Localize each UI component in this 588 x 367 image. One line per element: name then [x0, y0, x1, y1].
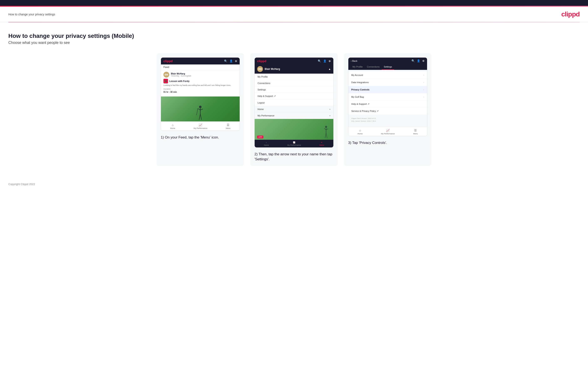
avatar-2: BM	[257, 66, 263, 72]
performance-icon-2: 📈	[293, 142, 295, 143]
dropdown-home[interactable]: Home ▾	[255, 106, 333, 112]
menu-icon-3: ☰	[414, 129, 417, 132]
phone3-bottom-nav: ⌂ Home 📈 My Performance ☰ Menu	[348, 127, 427, 136]
phone1-nav-home[interactable]: ⌂ Home	[170, 123, 175, 129]
tab-my-profile[interactable]: My Profile	[350, 64, 365, 70]
settings-data-integrations[interactable]: Data Integrations ›	[348, 79, 427, 86]
copyright: Copyright Clippd 2022	[8, 183, 35, 186]
page-subheading: Choose what you want people to see	[8, 41, 580, 45]
phone1-sublabel: Yesterday · Sunningdale	[171, 75, 191, 77]
chevron-right-icon-4: ›	[423, 95, 424, 98]
phone1-user-info: Blair McHarg Yesterday · Sunningdale	[171, 72, 191, 77]
menu-label: Menu	[226, 127, 231, 129]
phone3-nav-menu[interactable]: ☰ Menu	[413, 129, 418, 135]
home-icon-3: ⌂	[359, 129, 361, 132]
card-2-caption: 2) Then, tap the arrow next to your name…	[254, 152, 334, 162]
svg-line-9	[324, 128, 326, 130]
cards-row: clippd 🔍 👤 ⊕ Feed BM Blair McHarg	[8, 53, 580, 166]
settings-help-support[interactable]: Help & Support ↗	[348, 101, 427, 108]
card-3-caption: 3) Tap 'Privacy Controls'.	[348, 140, 427, 145]
performance-label-3: My Performance	[381, 133, 395, 135]
menu-label-3: Menu	[413, 133, 418, 135]
card-2: clippd 🔍 👤 ⊕ BM Bl	[250, 53, 338, 166]
svg-line-12	[326, 133, 327, 138]
feed-tab[interactable]: Feed	[161, 65, 240, 70]
app-badge: APP	[257, 136, 263, 139]
dropdown-my-performance[interactable]: My Performance ▾	[255, 112, 333, 119]
phone1-bottom-nav: ⌂ Home 📈 My Performance ☰ Menu	[161, 121, 240, 131]
phone2-dropdown: BM Blair McHarg ▲ My Profile Connection	[255, 65, 333, 140]
settings-icon-2[interactable]: ⊕	[329, 59, 331, 63]
settings-service-privacy[interactable]: Service & Privacy Policy ↗	[348, 108, 427, 115]
phone3-nav-performance[interactable]: 📈 My Performance	[381, 129, 395, 135]
dropdown-my-profile[interactable]: My Profile	[255, 74, 333, 80]
phone1-username: Blair McHarg	[171, 72, 191, 75]
svg-line-10	[326, 129, 328, 130]
phone-mockup-2: clippd 🔍 👤 ⊕ BM Bl	[254, 57, 334, 148]
phone3-nav-home[interactable]: ⌂ Home	[357, 129, 363, 135]
phone2-nav-icons: 🔍 👤 ⊕	[318, 59, 331, 63]
phone3-nav-icons: 🔍 👤 ⊕	[411, 59, 424, 62]
top-bar	[0, 0, 588, 6]
svg-line-6	[197, 108, 198, 115]
search-icon[interactable]: 🔍	[224, 59, 227, 63]
settings-icon-3[interactable]: ⊕	[422, 59, 424, 62]
phone2-user-header: BM Blair McHarg ▲	[255, 65, 333, 74]
avatar-1: BM	[164, 72, 169, 78]
phone2-nav-performance[interactable]: 📈 My Performance	[287, 142, 301, 146]
svg-line-2	[198, 108, 200, 110]
my-profile-label: My Profile	[258, 75, 268, 78]
dropdown-section: Home ▾ My Performance ▾	[255, 106, 333, 119]
chevron-down-icon-2: ▾	[329, 115, 330, 117]
dropdown-settings[interactable]: Settings	[255, 86, 333, 93]
profile-icon[interactable]: 👤	[229, 59, 233, 63]
svg-line-5	[200, 114, 202, 120]
svg-line-11	[325, 133, 326, 138]
phone1-navbar: clippd 🔍 👤 ⊕	[161, 58, 240, 65]
phone2-nav-home[interactable]: ⌂ Home	[264, 142, 269, 146]
dropdown-connections[interactable]: Connections	[255, 80, 333, 86]
settings-privacy-controls[interactable]: Privacy Controls ›	[348, 86, 427, 93]
svg-point-7	[325, 126, 327, 128]
phone1-lesson-title: Lesson with Fordy	[169, 80, 190, 82]
lesson-icon: 🎓	[164, 79, 168, 83]
profile-icon-2[interactable]: 👤	[323, 59, 327, 63]
phone1-nav-performance[interactable]: 📈 My Performance	[194, 123, 208, 129]
settings-icon[interactable]: ⊕	[235, 59, 237, 63]
svg-point-0	[199, 106, 202, 108]
phone1-user-row: BM Blair McHarg Yesterday · Sunningdale	[164, 72, 237, 78]
phone3-version-info: Clippd Client Version: 2022.8.3-3 GQL Se…	[348, 115, 427, 125]
phone3-tabs: My Profile Connections Settings	[348, 64, 427, 70]
chevron-right-icon-3: ›	[423, 88, 424, 91]
settings-my-golf-bag[interactable]: My Golf Bag ›	[348, 93, 427, 100]
home-label: Home	[170, 127, 175, 129]
tab-settings[interactable]: Settings	[382, 64, 394, 70]
tab-connections[interactable]: Connections	[365, 64, 382, 70]
settings-my-account[interactable]: My Account ›	[348, 72, 427, 79]
connections-label: Connections	[258, 82, 270, 84]
home-icon-2: ⌂	[266, 142, 267, 143]
close-label: Menu	[320, 144, 324, 146]
chevron-up-icon[interactable]: ▲	[328, 67, 331, 70]
phone1-lesson-row: 🎓 Lesson with Fordy	[164, 79, 237, 83]
phone2-nav-close[interactable]: ✕ Menu	[320, 142, 324, 146]
search-icon-3[interactable]: 🔍	[411, 59, 415, 62]
back-button[interactable]: ‹ Back	[351, 60, 357, 62]
phone2-username: Blair McHarg	[265, 67, 280, 70]
dropdown-logout[interactable]: Logout	[255, 100, 333, 106]
phone1-nav-menu[interactable]: ☰ Menu	[226, 123, 231, 129]
data-integrations-label: Data Integrations	[351, 81, 369, 83]
dropdown-help-support[interactable]: Help & Support ↗	[255, 93, 333, 100]
home-label-2: Home	[264, 144, 269, 146]
svg-line-4	[199, 114, 200, 120]
settings-label: Settings	[258, 88, 266, 91]
card-1: clippd 🔍 👤 ⊕ Feed BM Blair McHarg	[156, 53, 244, 166]
profile-icon-3[interactable]: 👤	[417, 59, 420, 62]
phone2-logo: clippd	[257, 59, 266, 63]
chevron-down-icon: ▾	[329, 108, 330, 110]
phone-mockup-3: ‹ Back 🔍 👤 ⊕ My Profile Connections Sett…	[348, 57, 427, 136]
my-performance-label: My Performance	[258, 114, 274, 117]
header-title: How to change your privacy settings	[8, 13, 55, 16]
phone2-content: BM Blair McHarg ▲ My Profile Connection	[255, 65, 333, 140]
search-icon-2[interactable]: 🔍	[318, 59, 321, 63]
